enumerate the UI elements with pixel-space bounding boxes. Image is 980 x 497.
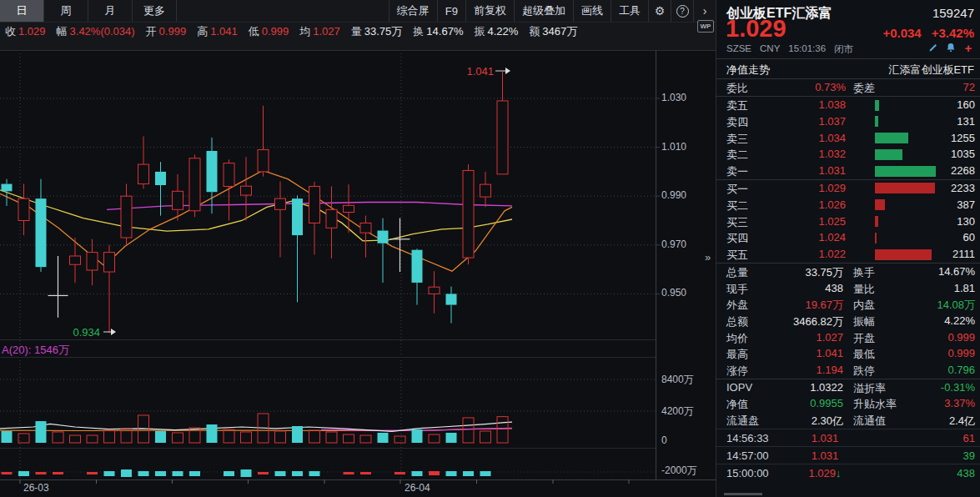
ask-size-bar [875, 166, 936, 177]
bid-level-label: 买二 [726, 198, 748, 213]
volume-axis-tick: 8400万 [661, 373, 694, 387]
add-icon[interactable]: + [962, 42, 974, 53]
ask-row[interactable]: 卖二1.0321035 [716, 146, 980, 163]
stat-row: 净值0.9955升贴水率3.37% [716, 395, 980, 412]
stat-row: 总额3466.82万振幅4.22% [716, 313, 980, 329]
ask-level-label: 卖四 [726, 115, 748, 130]
stat-value: 0.999 [883, 331, 975, 344]
ask-price: 1.037 [766, 115, 846, 128]
volume-ma-label: A(20): 1546万 [2, 343, 69, 358]
stat-row: 总量33.75万换手14.67% [716, 264, 980, 280]
menu-item-0[interactable]: 综合屏 [389, 0, 437, 22]
scrollbar-thumb[interactable] [724, 493, 762, 495]
order-imbalance-row: 委比 0.73% 委差 72 [716, 79, 980, 97]
stat-label: 换 [413, 25, 424, 38]
stat-value: 33.75万 [758, 265, 843, 280]
gear-icon[interactable]: ⚙ [648, 0, 671, 22]
nav-tab-row[interactable]: 净值走势 汇添富创业板ETF [716, 59, 980, 79]
stat-value: 1.027 [313, 25, 340, 38]
stat-value: 1.194 [758, 364, 843, 376]
stat-label: 总量 [726, 265, 748, 280]
tab-period-3[interactable]: 更多 [133, 0, 177, 22]
stat-label: 换手 [853, 265, 875, 280]
bid-row[interactable]: 买四1.02460 [716, 229, 980, 246]
stat-label: 额 [529, 25, 540, 38]
weicha-value: 72 [963, 81, 975, 93]
tick-row[interactable]: 15:00:001.029↓438 [716, 464, 980, 481]
menu-item-4[interactable]: 画线 [573, 0, 611, 22]
ask-size: 131 [957, 115, 975, 128]
candlestick-chart[interactable] [0, 0, 716, 497]
stat-label: 低 [249, 25, 259, 38]
menu-item-5[interactable]: 工具 [611, 0, 648, 22]
bid-level-label: 买三 [726, 215, 748, 230]
bid-row[interactable]: 买二1.026387 [716, 197, 980, 213]
tick-row[interactable]: 14:57:001.03139 [716, 446, 980, 464]
tab-period-2[interactable]: 月 [88, 0, 133, 22]
stat-label: 开 [146, 25, 157, 38]
tab-period-0[interactable]: 日 [0, 0, 44, 22]
help-icon[interactable]: ? [671, 0, 693, 22]
stat-换: 换14.67% [413, 24, 463, 39]
edit-icon[interactable] [927, 42, 939, 53]
bid-price: 1.025 [766, 215, 846, 228]
stat-value: 33.75万 [364, 25, 403, 38]
stats-grid-1: 总量33.75万换手14.67%现手438量比1.81外盘19.67万内盘14.… [716, 264, 980, 379]
tick-row[interactable]: 14:56:331.03161 [716, 429, 980, 446]
stat-label: 幅 [57, 25, 68, 38]
weibi-value: 0.73% [766, 81, 846, 93]
stat-额: 额3467万 [529, 24, 577, 39]
candlestick-chart-panel[interactable]: 1.041 0.934 A(20): 1546万 2026/02/02-2026… [0, 0, 716, 497]
stat-value: 3.42%(0.034) [70, 25, 135, 38]
alert-bell-icon[interactable] [945, 42, 957, 53]
stat-value: 19.67万 [758, 298, 843, 313]
toolbar-menu: 综合屏F9前复权超级叠加画线工具⚙?› [389, 0, 716, 22]
stat-value: 1.029 [18, 25, 46, 38]
nav-trend-label[interactable]: 净值走势 [726, 63, 770, 78]
tick-volume: 61 [963, 432, 975, 444]
menu-item-3[interactable]: 超级叠加 [514, 0, 573, 22]
tick-price: 1.031 [787, 432, 862, 444]
bid-size: 2111 [952, 248, 975, 260]
bid-level-label: 买五 [726, 248, 748, 263]
ask-size-bar [875, 116, 878, 127]
stat-振: 振4.22% [474, 24, 518, 39]
chevron-right-icon[interactable]: › [693, 0, 716, 22]
ask-row[interactable]: 卖一1.0312268 [716, 163, 980, 179]
bid-price: 1.022 [766, 248, 846, 260]
change-percent: +3.42% [932, 26, 974, 40]
wp-badge[interactable]: WP [697, 20, 714, 33]
ask-size: 160 [957, 98, 975, 111]
price-axis-tick: 0.950 [661, 287, 686, 299]
stat-row: 最高1.041最低0.999 [716, 345, 980, 362]
stat-label: 内盘 [853, 298, 875, 313]
stat-value: 0.999 [159, 25, 187, 38]
ask-row[interactable]: 卖三1.0341255 [716, 130, 980, 147]
stat-row: 涨停1.194跌停0.796 [716, 362, 980, 379]
bid-row[interactable]: 买五1.0222111 [716, 246, 980, 263]
bid-price: 1.029 [766, 182, 846, 194]
price-axis-tick: 1.030 [661, 92, 686, 103]
fund-name-label[interactable]: 汇添富创业板ETF [888, 63, 974, 78]
tick-time: 15:00:00 [726, 467, 769, 479]
bid-row[interactable]: 买一1.0292233 [716, 180, 980, 197]
menu-item-1[interactable]: F9 [437, 0, 465, 22]
ask-level-label: 卖三 [726, 132, 748, 147]
stat-label: 最低 [853, 347, 875, 362]
stat-value: 3.37% [883, 397, 975, 409]
stats-grid-2: IOPV1.0322溢折率-0.31%净值0.9955升贴水率3.37%流通盘2… [716, 379, 980, 429]
currency-label: CNY [760, 43, 780, 56]
stat-value: 2.4亿 [883, 414, 975, 429]
stat-label: 跌停 [853, 364, 875, 379]
ask-price: 1.034 [766, 132, 846, 144]
menu-item-2[interactable]: 前复权 [465, 0, 514, 22]
bid-row[interactable]: 买三1.025130 [716, 213, 980, 230]
ask-row[interactable]: 卖五1.038160 [716, 97, 980, 113]
ask-row[interactable]: 卖四1.037131 [716, 113, 980, 130]
stat-label: 量 [351, 25, 362, 38]
panel-collapse-icon[interactable]: » [705, 251, 711, 264]
tick-volume: 438 [957, 467, 975, 479]
stat-value: 0.999 [262, 25, 289, 38]
tab-period-1[interactable]: 周 [44, 0, 88, 22]
volume-axis-tick: 4200万 [661, 404, 694, 419]
